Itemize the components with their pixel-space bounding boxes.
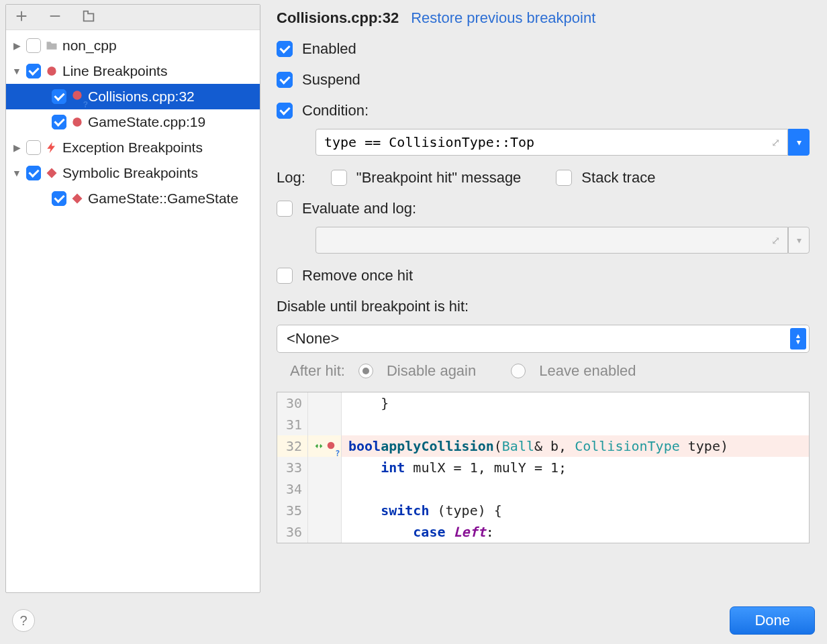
- bolt-icon: [45, 141, 58, 154]
- checkbox[interactable]: [26, 64, 41, 78]
- suspend-checkbox[interactable]: [277, 72, 293, 88]
- condition-input[interactable]: [315, 129, 788, 156]
- conditional-breakpoint-icon: [70, 89, 84, 105]
- group-button[interactable]: [81, 9, 96, 25]
- diamond-icon: [45, 166, 58, 180]
- breakpoint-icon: [70, 115, 84, 129]
- tree-item-gamestate19[interactable]: GameState.cpp:19: [6, 109, 260, 135]
- tree-label: Line Breakpoints: [62, 63, 167, 79]
- svg-point-1: [72, 91, 81, 99]
- tree-label: non_cpp: [62, 38, 117, 54]
- remove-once-hit-checkbox[interactable]: [277, 268, 293, 284]
- checkbox[interactable]: [52, 115, 66, 129]
- disclosure-open-icon[interactable]: ▼: [11, 168, 22, 178]
- breakpoint-detail-panel: Collisions.cpp:32 Restore previous break…: [267, 4, 822, 593]
- tree-label: GameState.cpp:19: [88, 114, 205, 130]
- disclosure-closed-icon[interactable]: ▶: [11, 142, 22, 153]
- tree-group-noncpp[interactable]: ▶ non_cpp: [6, 33, 260, 58]
- add-breakpoint-button[interactable]: [14, 9, 29, 25]
- tree-item-symbolic-gamestate[interactable]: GameState::GameState: [6, 186, 260, 211]
- after-leave-radio[interactable]: [511, 364, 526, 378]
- condition-history-dropdown[interactable]: ▾: [788, 129, 810, 156]
- after-disable-radio[interactable]: [358, 364, 373, 378]
- disable-until-value: <None>: [287, 330, 339, 347]
- disable-until-label: Disable until breakpoint is hit:: [277, 298, 810, 315]
- after-leave-label: Leave enabled: [539, 362, 636, 380]
- svg-point-3: [327, 442, 334, 449]
- log-stack-checkbox[interactable]: [556, 170, 572, 186]
- enabled-label: Enabled: [302, 40, 356, 58]
- tree-label: Symbolic Breakpoints: [62, 165, 198, 181]
- tree-group-symbolic[interactable]: ▼ Symbolic Breakpoints: [6, 160, 260, 186]
- svg-point-0: [47, 66, 56, 75]
- page-title: Collisions.cpp:32: [277, 9, 399, 27]
- done-button[interactable]: Done: [730, 606, 815, 635]
- help-button[interactable]: ?: [12, 609, 35, 632]
- restore-link[interactable]: Restore previous breakpoint: [411, 9, 595, 27]
- expand-icon: ⤢: [771, 234, 780, 247]
- svg-point-2: [72, 117, 81, 126]
- evaluate-history-dropdown: ▾: [788, 227, 810, 254]
- log-message-checkbox[interactable]: [331, 170, 347, 186]
- disable-until-select[interactable]: <None> ▲▼: [277, 325, 810, 353]
- breakpoint-tree-panel: ▶ non_cpp ▼ Line Breakpoints Collisions.…: [5, 4, 260, 593]
- condition-label: Condition:: [302, 102, 369, 119]
- enabled-checkbox[interactable]: [277, 41, 293, 57]
- log-message-label: "Breakpoint hit" message: [356, 169, 522, 186]
- condition-checkbox[interactable]: [277, 103, 293, 119]
- tree-group-exception[interactable]: ▶ Exception Breakpoints: [6, 135, 260, 160]
- footer: ? Done: [0, 597, 827, 644]
- log-label: Log:: [277, 169, 305, 186]
- breakpoint-icon: [45, 64, 58, 78]
- remove-breakpoint-button[interactable]: [48, 9, 62, 25]
- tree: ▶ non_cpp ▼ Line Breakpoints Collisions.…: [6, 30, 260, 592]
- expand-icon[interactable]: ⤢: [771, 136, 780, 149]
- disclosure-open-icon[interactable]: ▼: [11, 66, 22, 76]
- checkbox[interactable]: [26, 140, 41, 155]
- evaluate-checkbox[interactable]: [277, 201, 293, 217]
- folder-icon: [45, 39, 58, 52]
- suspend-label: Suspend: [302, 71, 360, 89]
- after-disable-label: Disable again: [387, 362, 476, 380]
- select-arrows-icon: ▲▼: [790, 328, 806, 350]
- remove-once-hit-label: Remove once hit: [302, 267, 413, 284]
- checkbox[interactable]: [52, 191, 66, 206]
- disclosure-closed-icon[interactable]: ▶: [11, 40, 22, 51]
- evaluate-label: Evaluate and log:: [302, 200, 416, 217]
- checkbox[interactable]: [26, 166, 41, 180]
- diamond-icon: [70, 192, 84, 205]
- checkbox[interactable]: [52, 89, 66, 104]
- tree-label: Collisions.cpp:32: [88, 89, 195, 105]
- evaluate-input: [315, 227, 788, 254]
- tree-label: GameState::GameState: [88, 191, 238, 207]
- checkbox[interactable]: [26, 38, 41, 53]
- tree-toolbar: [6, 5, 260, 30]
- tree-item-collisions[interactable]: Collisions.cpp:32: [6, 84, 260, 109]
- tree-group-line[interactable]: ▼ Line Breakpoints: [6, 58, 260, 84]
- log-stack-label: Stack trace: [581, 169, 655, 186]
- code-preview: 30 }3132bool applyCollision(Ball& b, Col…: [277, 392, 810, 543]
- tree-label: Exception Breakpoints: [62, 140, 203, 156]
- after-hit-label: After hit:: [290, 362, 345, 380]
